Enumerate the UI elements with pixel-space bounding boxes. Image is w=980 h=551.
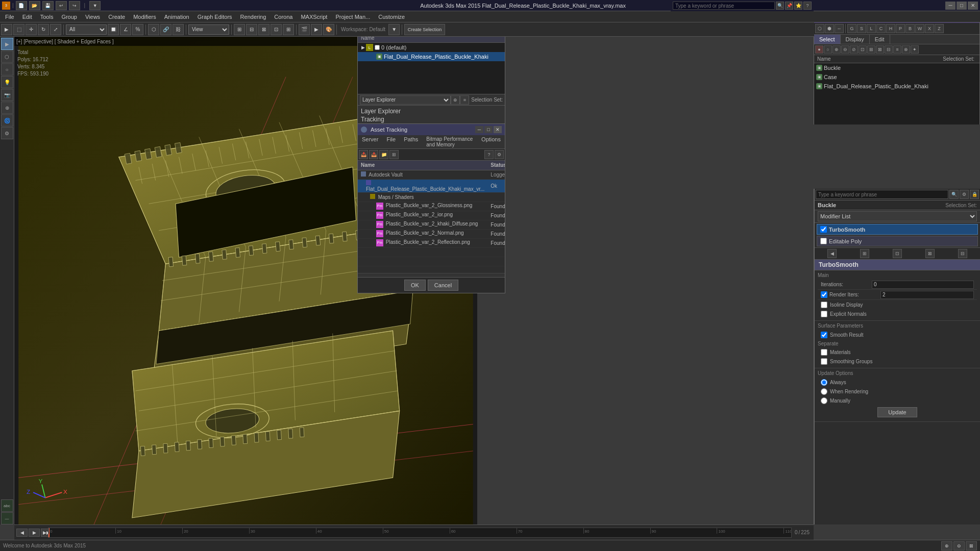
menu-options[interactable]: Options bbox=[477, 135, 505, 148]
link-btn[interactable]: 🔗 bbox=[160, 24, 172, 35]
diffuse-row[interactable]: Pm Plastic_Buckle_var_2_khaki_Diffuse.pn… bbox=[358, 220, 505, 229]
sp-icon6[interactable]: ⊡ bbox=[859, 45, 867, 54]
menu-graph-editors[interactable]: Graph Editors bbox=[193, 11, 236, 22]
sidebar-extra1[interactable]: abc bbox=[1, 499, 13, 512]
sidebar-select-tool[interactable]: ▶ bbox=[1, 38, 13, 50]
search-btn[interactable]: 🔍 bbox=[776, 2, 784, 10]
asset-help-btn[interactable]: ? bbox=[484, 150, 494, 159]
sel-filter7[interactable]: B bbox=[905, 24, 915, 33]
menu-views[interactable]: Views bbox=[81, 11, 104, 22]
menu-create[interactable]: Create bbox=[104, 11, 129, 22]
render-iters-input[interactable] bbox=[883, 292, 972, 297]
glossiness-row[interactable]: Pm Plastic_Buckle_var_2_Glossiness.png F… bbox=[358, 202, 505, 211]
sp-icon7[interactable]: ⊞ bbox=[867, 45, 875, 54]
status-btn2[interactable]: ⊖ bbox=[953, 541, 965, 550]
render-btn[interactable]: ▶ bbox=[311, 24, 322, 35]
asset-table-container[interactable]: Name Status Autodesk Vault Logged... bbox=[358, 161, 505, 273]
iterations-input[interactable] bbox=[874, 282, 972, 287]
mirror-btn[interactable]: ⊟ bbox=[246, 24, 257, 35]
mod-icon2[interactable]: ⊞ bbox=[860, 249, 869, 258]
sel-filter6[interactable]: P bbox=[896, 24, 905, 33]
rotate-btn[interactable]: ↻ bbox=[38, 24, 49, 35]
sel-filter1[interactable]: G bbox=[847, 24, 856, 33]
reference-dropdown[interactable]: All bbox=[66, 24, 107, 35]
layer-explorer-dropdown[interactable]: Layer Explorer bbox=[360, 95, 451, 105]
sidebar-camera-tool[interactable]: 📷 bbox=[1, 89, 13, 101]
sp-icon11[interactable]: ⊗ bbox=[902, 45, 910, 54]
sel-filter10[interactable]: Z bbox=[935, 24, 944, 33]
toolbar-pin-btn[interactable]: 📌 bbox=[785, 2, 793, 10]
menu-rendering[interactable]: Rendering bbox=[236, 11, 271, 22]
material-editor-btn[interactable]: 🎨 bbox=[323, 24, 334, 35]
select-region-btn[interactable]: ⬚ bbox=[13, 24, 24, 35]
tab-edit[interactable]: Edit bbox=[870, 35, 890, 44]
iterations-value-field[interactable] bbox=[872, 281, 974, 289]
smoothing-groups-checkbox[interactable] bbox=[821, 358, 827, 365]
tab-select[interactable]: Select bbox=[814, 35, 841, 44]
layer-exp-btn2[interactable]: ≡ bbox=[460, 95, 469, 105]
menu-modifiers[interactable]: Modifiers bbox=[129, 11, 160, 22]
extra-btn[interactable]: ▼ bbox=[89, 1, 101, 10]
sel-filter4[interactable]: C bbox=[876, 24, 886, 33]
menu-customize[interactable]: Customize bbox=[374, 11, 409, 22]
undo-btn[interactable]: ↩ bbox=[56, 1, 67, 10]
workspace-dropdown-btn[interactable]: ▼ bbox=[388, 24, 400, 35]
sel-filter3[interactable]: L bbox=[867, 24, 876, 33]
sel-filter8[interactable]: W bbox=[915, 24, 924, 33]
asset-cancel-btn[interactable]: Cancel bbox=[428, 280, 458, 291]
smooth-result-checkbox[interactable] bbox=[821, 332, 827, 338]
asset-hscrollbar[interactable] bbox=[358, 273, 505, 277]
save-file-btn[interactable]: 💾 bbox=[42, 1, 54, 10]
open-file-btn[interactable]: 📂 bbox=[29, 1, 40, 10]
sp-icon9[interactable]: ⊟ bbox=[885, 45, 893, 54]
menu-tools[interactable]: Tools bbox=[36, 11, 58, 22]
manually-radio[interactable] bbox=[821, 397, 827, 404]
sel-all-btn[interactable]: ⬡ bbox=[815, 24, 824, 33]
layer-visible-checkbox[interactable] bbox=[375, 45, 380, 50]
sp-icon12[interactable]: ✦ bbox=[911, 45, 919, 54]
prev-frame-btn[interactable]: ◀ bbox=[16, 529, 28, 537]
sidebar-shape-tool[interactable]: ○ bbox=[1, 63, 13, 76]
when-rendering-radio[interactable] bbox=[821, 388, 827, 395]
buckle-object-item[interactable]: ▣ Flat_Dual_Release_Plastic_Buckle_Khaki bbox=[358, 52, 505, 61]
curve-editor-btn[interactable]: ⊞ bbox=[283, 24, 294, 35]
editable-poly-modifier[interactable]: Editable Poly bbox=[817, 236, 978, 246]
status-btn3[interactable]: ⊠ bbox=[966, 541, 977, 550]
menu-corona[interactable]: Corona bbox=[270, 11, 297, 22]
buckle-item[interactable]: ▣ Buckle bbox=[814, 63, 979, 72]
select-filter-btn[interactable]: ⬡ bbox=[148, 24, 159, 35]
menu-file[interactable]: File bbox=[382, 135, 400, 148]
asset-btn2[interactable]: 📤 bbox=[369, 150, 378, 159]
reflection-row[interactable]: Pm Plastic_Buckle_var_2_Reflection.png F… bbox=[358, 238, 505, 247]
asset-close-btn[interactable]: ✕ bbox=[494, 126, 502, 133]
snap-toggle-btn[interactable]: 🔲 bbox=[108, 24, 119, 35]
new-file-btn[interactable]: 📄 bbox=[16, 1, 27, 10]
open-schematic-btn[interactable]: ⊡ bbox=[271, 24, 282, 35]
scale-btn[interactable]: ⤢ bbox=[50, 24, 61, 35]
asset-btn1[interactable]: 📥 bbox=[359, 150, 368, 159]
sp-icon2[interactable]: ○ bbox=[824, 45, 832, 54]
editable-poly-enabled[interactable] bbox=[820, 238, 827, 244]
mod-icon5[interactable]: ⊟ bbox=[958, 249, 967, 258]
menu-group[interactable]: Group bbox=[57, 11, 81, 22]
max-file-row[interactable]: Flat_Dual_Release_Plastic_Buckle_Khaki_m… bbox=[358, 179, 505, 192]
mod-icon4[interactable]: ⊠ bbox=[925, 249, 935, 258]
explicit-normals-checkbox[interactable] bbox=[821, 311, 827, 317]
menu-maxscript[interactable]: MAXScript bbox=[297, 11, 331, 22]
sidebar-systems-tool[interactable]: ⚙ bbox=[1, 127, 13, 139]
sidebar-lights-tool[interactable]: 💡 bbox=[1, 76, 13, 88]
sidebar-freeform-tool[interactable]: ⬡ bbox=[1, 51, 13, 63]
toolbar-help-btn[interactable]: ? bbox=[803, 2, 812, 10]
render-iters-checkbox[interactable] bbox=[821, 291, 827, 298]
asset-btn4[interactable]: ⊞ bbox=[389, 150, 399, 159]
props-search-input[interactable] bbox=[816, 190, 948, 199]
restore-btn[interactable]: □ bbox=[957, 2, 967, 10]
menu-animation[interactable]: Animation bbox=[160, 11, 193, 22]
sidebar-extra2[interactable]: — bbox=[1, 512, 13, 524]
sp-icon5[interactable]: ⊘ bbox=[850, 45, 858, 54]
sp-icon8[interactable]: ⊠ bbox=[876, 45, 884, 54]
menu-bitmap[interactable]: Bitmap Performance and Memory bbox=[422, 135, 477, 148]
menu-paths[interactable]: Paths bbox=[400, 135, 422, 148]
percent-snap-btn[interactable]: % bbox=[132, 24, 143, 35]
menu-edit[interactable]: Edit bbox=[18, 11, 36, 22]
